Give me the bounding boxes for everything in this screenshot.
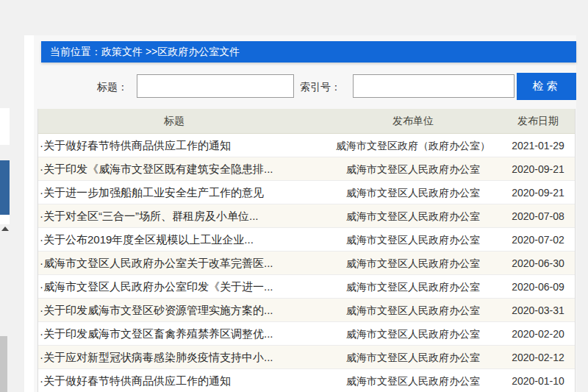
date-cell: 2021-01-29 — [501, 134, 575, 157]
left-fragment-column — [24, 35, 34, 392]
publisher-cell: 威海市文登区人民政府办公室 — [325, 204, 501, 228]
document-link[interactable]: ·关于公布2019年度全区规模以上工业企业... — [40, 228, 325, 252]
left-fragment-highlight — [0, 160, 10, 215]
breadcrumb: 当前位置：政策文件 >>区政府办公室文件 — [41, 41, 576, 63]
document-link[interactable]: ·威海市文登区人民政府办公室关于改革完善医... — [40, 252, 325, 275]
publisher-cell: 威海市文登区人民政府办公室 — [325, 369, 501, 392]
document-link[interactable]: ·威海市文登区人民政府办公室印发《关于进一... — [40, 275, 325, 299]
date-cell: 2020-02-12 — [501, 346, 575, 369]
table-row: ·关于印发威海市文登区畜禽养殖禁养区调整优... 威海市文登区人民政府办公室 2… — [38, 322, 575, 346]
table-row: ·威海市文登区人民政府办公室关于改革完善医... 威海市文登区人民政府办公室 2… — [38, 252, 575, 275]
date-cell: 2020-03-31 — [501, 299, 575, 322]
table-row: ·关于做好春节特供商品供应工作的通知 威海市文登区人民政府办公室 2020-01… — [38, 369, 575, 392]
document-link[interactable]: ·关于做好春节特供商品供应工作的通知 — [40, 134, 325, 157]
table-row: ·关于印发《威海市文登区既有建筑安全隐患排... 威海市文登区人民政府办公室 2… — [38, 157, 575, 181]
header-publisher: 发布单位 — [325, 109, 501, 133]
search-button[interactable]: 检索 — [517, 73, 576, 100]
date-cell: 2020-07-08 — [501, 204, 575, 228]
document-link[interactable]: ·关于进一步加强船舶工业安全生产工作的意见 — [40, 181, 325, 204]
table-row: ·关于做好春节特供商品供应工作的通知 威海市文登区政府（政府办公室） 2021-… — [38, 134, 575, 157]
header-date: 发布日期 — [501, 109, 575, 133]
document-link[interactable]: ·关于对全区“三合一”场所、群租房及小单位... — [40, 204, 325, 228]
document-link[interactable]: ·关于印发《威海市文登区既有建筑安全隐患排... — [40, 157, 325, 181]
date-cell: 2020-07-02 — [501, 228, 575, 252]
publisher-cell: 威海市文登区人民政府办公室 — [325, 322, 501, 346]
page: 当前位置：政策文件 >>区政府办公室文件 标题： 索引号： 检索 标题 发布单位… — [0, 0, 588, 392]
search-area: 标题： 索引号： 检索 — [34, 63, 576, 108]
table-row: ·关于应对新型冠状病毒感染肺炎疫情支持中小... 威海市文登区人民政府办公室 2… — [38, 346, 575, 369]
document-link[interactable]: ·关于印发威海市文登区畜禽养殖禁养区调整优... — [40, 322, 325, 346]
header-title: 标题 — [38, 109, 310, 133]
table-row: ·关于印发威海市文登区砂资源管理实施方案的... 威海市文登区人民政府办公室 2… — [38, 299, 575, 322]
date-cell: 2020-06-30 — [501, 252, 575, 275]
table-body: ·关于做好春节特供商品供应工作的通知 威海市文登区政府（政府办公室） 2021-… — [38, 134, 575, 392]
index-field-label: 索引号： — [300, 74, 341, 99]
date-cell: 2020-09-21 — [501, 157, 575, 181]
publisher-cell: 威海市文登区人民政府办公室 — [325, 299, 501, 322]
document-table: 标题 发布单位 发布日期 ·关于做好春节特供商品供应工作的通知 威海市文登区政府… — [37, 109, 576, 392]
index-search-input[interactable] — [353, 74, 514, 98]
document-link[interactable]: ·关于印发威海市文登区砂资源管理实施方案的... — [40, 299, 325, 322]
left-fragment-panel — [0, 215, 10, 224]
date-cell: 2020-02-20 — [501, 322, 575, 346]
title-search-input[interactable] — [137, 74, 294, 98]
left-fragment-panel — [0, 108, 10, 145]
table-row: ·关于进一步加强船舶工业安全生产工作的意见 威海市文登区人民政府办公室 2020… — [38, 181, 575, 204]
date-cell: 2020-06-09 — [501, 275, 575, 299]
publisher-cell: 威海市文登区人民政府办公室 — [325, 181, 501, 204]
publisher-cell: 威海市文登区人民政府办公室 — [325, 252, 501, 275]
content-panel: 当前位置：政策文件 >>区政府办公室文件 标题： 索引号： 检索 标题 发布单位… — [34, 35, 576, 392]
title-field-label: 标题： — [97, 74, 128, 99]
document-link[interactable]: ·关于做好春节特供商品供应工作的通知 — [40, 369, 325, 392]
publisher-cell: 威海市文登区人民政府办公室 — [325, 346, 501, 369]
table-header-row: 标题 发布单位 发布日期 — [38, 109, 575, 134]
scrollbar-thumb[interactable] — [0, 336, 7, 392]
scroll-up-arrow-icon[interactable] — [1, 227, 9, 231]
publisher-cell: 威海市文登区人民政府办公室 — [325, 228, 501, 252]
publisher-cell: 威海市文登区人民政府办公室 — [325, 157, 501, 181]
date-cell: 2020-01-10 — [501, 369, 575, 392]
table-row: ·关于公布2019年度全区规模以上工业企业... 威海市文登区人民政府办公室 2… — [38, 228, 575, 252]
document-link[interactable]: ·关于应对新型冠状病毒感染肺炎疫情支持中小... — [40, 346, 325, 369]
table-row: ·关于对全区“三合一”场所、群租房及小单位... 威海市文登区人民政府办公室 2… — [38, 204, 575, 228]
date-cell: 2020-09-21 — [501, 181, 575, 204]
publisher-cell: 威海市文登区政府（政府办公室） — [325, 134, 501, 157]
table-row: ·威海市文登区人民政府办公室印发《关于进一... 威海市文登区人民政府办公室 2… — [38, 275, 575, 299]
publisher-cell: 威海市文登区人民政府办公室 — [325, 275, 501, 299]
